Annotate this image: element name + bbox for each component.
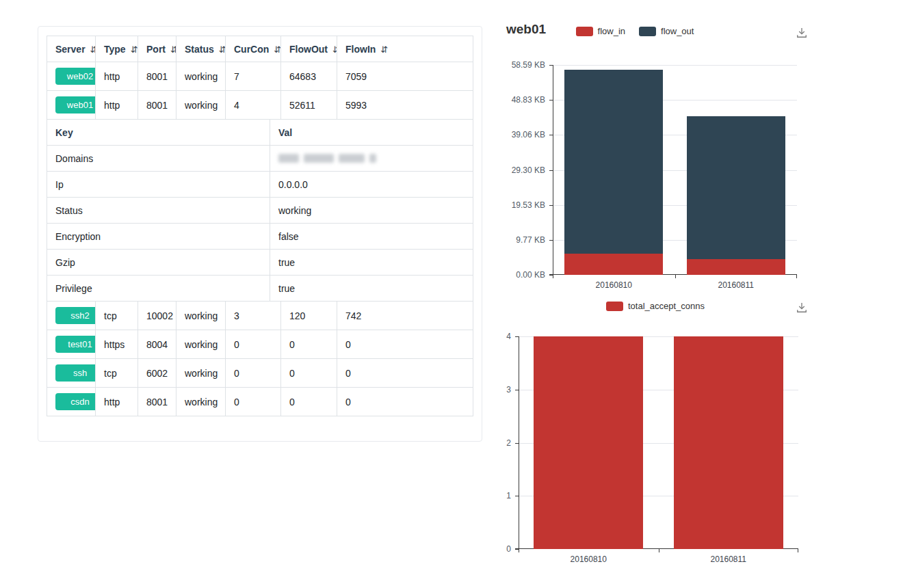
server-table: Server⇵Type⇵Port⇵Status⇵CurCon⇵FlowOut⇵F… (47, 36, 473, 120)
bar-flow_in-20160811 (687, 259, 785, 275)
column-header-flowin[interactable]: FlowIn⇵ (337, 36, 473, 62)
sort-icon: ⇵ (274, 44, 280, 55)
sort-icon: ⇵ (90, 44, 96, 55)
x-axis-tick (659, 549, 659, 552)
flowin-cell: 0 (337, 359, 473, 388)
server-panel: Server⇵Type⇵Port⇵Status⇵CurCon⇵FlowOut⇵F… (38, 26, 482, 442)
column-header-flowout[interactable]: FlowOut⇵ (281, 36, 337, 62)
column-header-curcon[interactable]: CurCon⇵ (226, 36, 281, 62)
port-cell: 8001 (138, 388, 176, 416)
chart-legend: total_accept_conns (499, 301, 811, 311)
y-axis-label: 2 (496, 438, 511, 448)
flowout-cell: 120 (281, 302, 337, 330)
detail-row: Domains (47, 146, 473, 172)
conns-chart: total_accept_conns012342016081020160811 (499, 295, 811, 569)
y-axis-tick (515, 390, 519, 390)
sort-icon: ⇵ (131, 44, 138, 55)
table-row[interactable]: ssh2tcp10002working3120742 (47, 302, 473, 330)
y-axis-label: 0 (496, 544, 511, 554)
y-axis-label: 39.06 KB (497, 130, 545, 139)
legend-swatch (639, 27, 656, 36)
x-axis-label: 20160810 (547, 554, 629, 564)
flowin-cell: 0 (337, 330, 473, 359)
type-cell: https (96, 330, 138, 359)
column-header-label: FlowOut (289, 44, 328, 55)
flowin-cell: 5993 (337, 91, 473, 120)
x-axis-label: 20160811 (695, 280, 777, 290)
column-header-server[interactable]: Server⇵ (47, 36, 96, 62)
server-cell: web01 (47, 91, 96, 120)
server-badge-web01[interactable]: web01 (55, 96, 96, 114)
curcon-cell: 3 (226, 302, 281, 330)
y-axis-tick (515, 443, 519, 444)
legend-item-flow_out[interactable]: flow_out (639, 26, 694, 36)
table-row[interactable]: test01https8004working000 (47, 330, 473, 359)
type-cell: tcp (96, 302, 138, 330)
column-header-port[interactable]: Port⇵ (138, 36, 176, 62)
curcon-cell: 0 (226, 359, 281, 388)
y-axis-line (553, 65, 553, 275)
flowout-cell: 64683 (281, 62, 337, 91)
y-axis-tick (515, 336, 519, 337)
table-row[interactable]: web01http8001working4526115993 (47, 91, 473, 120)
y-axis-tick (549, 135, 553, 135)
detail-row: Statusworking (47, 198, 473, 224)
flowin-cell: 0 (337, 388, 473, 416)
sort-icon: ⇵ (380, 44, 388, 55)
detail-val-cell: working (270, 198, 473, 224)
status-cell: working (176, 388, 226, 416)
curcon-cell: 0 (226, 388, 281, 416)
type-cell: tcp (96, 359, 138, 388)
type-cell: http (96, 62, 138, 91)
server-table-continued: ssh2tcp10002working3120742test01https800… (47, 301, 473, 416)
column-header-type[interactable]: Type⇵ (96, 36, 138, 62)
y-axis-tick (549, 170, 553, 171)
x-axis-tick (519, 549, 519, 552)
server-cell: ssh2 (47, 302, 96, 330)
table-row[interactable]: csdnhttp8001working000 (47, 388, 473, 416)
y-axis-label: 48.83 KB (497, 95, 545, 105)
download-icon[interactable] (795, 26, 809, 40)
status-cell: working (176, 302, 226, 330)
sort-icon: ⇵ (332, 44, 337, 55)
detail-key-cell: Status (47, 198, 270, 224)
flowout-cell: 0 (281, 359, 337, 388)
table-header-row: Server⇵Type⇵Port⇵Status⇵CurCon⇵FlowOut⇵F… (47, 36, 473, 62)
y-axis-line (519, 336, 519, 549)
detail-row: Encryptionfalse (47, 224, 473, 250)
detail-val-cell: false (270, 224, 473, 250)
status-cell: working (176, 330, 226, 359)
x-axis-label: 20160810 (573, 280, 655, 290)
legend-swatch (576, 27, 593, 36)
port-cell: 8004 (138, 330, 176, 359)
x-axis-label: 20160811 (688, 554, 770, 564)
server-badge-test01[interactable]: test01 (55, 336, 96, 353)
table-row[interactable]: sshtcp6002working000 (47, 359, 473, 388)
column-header-label: Port (146, 44, 166, 55)
y-axis-label: 1 (496, 491, 511, 500)
port-cell: 8001 (138, 62, 176, 91)
y-axis-label: 58.59 KB (497, 60, 545, 70)
legend-label: flow_out (661, 26, 694, 36)
detail-val-cell (270, 146, 473, 172)
table-row[interactable]: web02http8001working7646837059 (47, 62, 473, 91)
legend-item-flow_in[interactable]: flow_in (576, 26, 625, 36)
y-axis-label: 29.30 KB (497, 165, 545, 175)
server-badge-csdn[interactable]: csdn (55, 393, 96, 411)
server-badge-web02[interactable]: web02 (55, 68, 96, 85)
y-axis-label: 4 (496, 332, 511, 341)
detail-key-cell: Domains (47, 146, 270, 172)
bar-total_accept_conns-20160810 (534, 336, 643, 549)
legend-label: total_accept_conns (628, 301, 705, 311)
server-badge-ssh2[interactable]: ssh2 (55, 307, 96, 325)
legend-item-total_accept_conns[interactable]: total_accept_conns (606, 301, 705, 311)
column-header-status[interactable]: Status⇵ (176, 36, 226, 62)
status-cell: working (176, 91, 226, 120)
server-badge-ssh[interactable]: ssh (55, 364, 96, 382)
domains-value-redacted (278, 154, 376, 163)
curcon-cell: 7 (226, 62, 281, 91)
y-axis-tick (549, 65, 553, 66)
server-detail-table: KeyValDomainsIp0.0.0.0StatusworkingEncry… (47, 119, 473, 302)
type-cell: http (96, 388, 138, 416)
download-icon[interactable] (795, 301, 809, 315)
